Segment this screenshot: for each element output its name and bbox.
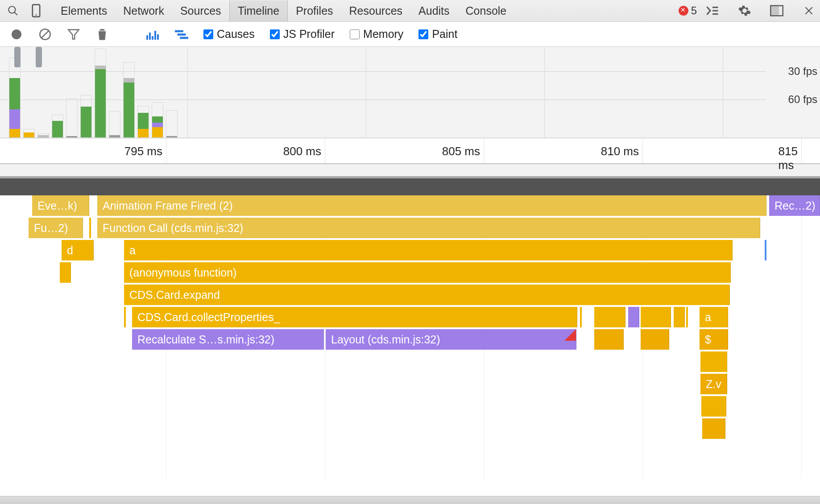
flame-bar[interactable]: [641, 307, 671, 327]
fps-label: 30 fps: [788, 65, 817, 78]
tab-network[interactable]: Network: [115, 0, 172, 21]
flame-bar[interactable]: (anonymous function): [124, 262, 731, 283]
overview-range-handle-right[interactable]: [36, 47, 42, 67]
fps-label: 60 fps: [788, 93, 817, 106]
flame-sliver: [580, 307, 582, 327]
dock-side-icon[interactable]: [770, 4, 783, 17]
ruler-label: 800 ms: [283, 145, 325, 158]
show-drawer-icon[interactable]: [706, 4, 719, 17]
checkbox-memory[interactable]: Memory: [350, 28, 403, 41]
checkbox-jsprofiler-input[interactable]: [270, 29, 280, 39]
layout-warning-icon: [564, 329, 576, 341]
flame-bar[interactable]: Layout (cds.min.js:32): [326, 329, 576, 350]
flame-bar[interactable]: [700, 351, 727, 372]
flame-bar[interactable]: [628, 307, 639, 327]
time-ruler: 795 ms800 ms805 ms810 ms815 ms: [0, 138, 820, 164]
flame-chart-view-icon[interactable]: [146, 28, 160, 41]
checkbox-paint-input[interactable]: [418, 29, 428, 39]
garbage-collect-icon[interactable]: [95, 28, 109, 41]
tab-timeline[interactable]: Timeline: [229, 0, 288, 21]
overview-frame-bar: [166, 49, 178, 138]
overview-frame-bar: [152, 49, 163, 138]
checkbox-causes[interactable]: Causes: [203, 28, 255, 41]
svg-point-0: [8, 6, 15, 13]
ruler-label: 810 ms: [601, 145, 642, 158]
flame-bar[interactable]: Animation Frame Fired (2): [97, 195, 766, 216]
flame-bar[interactable]: [594, 329, 624, 350]
svg-marker-14: [68, 29, 79, 39]
svg-line-13: [41, 30, 49, 37]
timeline-overview[interactable]: 30 fps60 fps: [0, 47, 820, 138]
svg-point-11: [12, 29, 21, 39]
flame-bar[interactable]: a: [700, 307, 728, 327]
checkbox-causes-label: Causes: [217, 28, 255, 41]
flame-chart[interactable]: Eve…k)Animation Frame Fired (2)Rec…2)Fu……: [0, 195, 820, 479]
ruler-label: 815 ms: [779, 145, 801, 172]
svg-rect-22: [180, 37, 188, 39]
flame-sliver: [124, 307, 126, 327]
checkbox-paint-label: Paint: [432, 28, 457, 41]
ruler-label: 805 ms: [442, 145, 484, 158]
tab-audits[interactable]: Audits: [410, 0, 457, 21]
flame-bar[interactable]: Eve…k): [32, 195, 89, 216]
horizontal-scrollbar[interactable]: [0, 496, 820, 504]
flame-bar[interactable]: [60, 262, 71, 283]
flame-bar[interactable]: [702, 418, 725, 439]
timeline-toolbar: Causes JS Profiler Memory Paint: [0, 22, 820, 47]
clear-icon[interactable]: [38, 28, 52, 41]
overview-range-handle-left[interactable]: [14, 47, 21, 67]
tab-elements[interactable]: Elements: [53, 0, 115, 21]
ruler-label: 795 ms: [124, 145, 166, 158]
svg-rect-20: [175, 30, 183, 32]
settings-gear-icon[interactable]: [738, 4, 751, 17]
checkbox-causes-input[interactable]: [203, 29, 213, 39]
error-icon: [679, 6, 688, 16]
flame-bar[interactable]: CDS.Card.collectProperties_: [132, 307, 577, 327]
search-icon[interactable]: [6, 4, 20, 17]
error-count: 5: [691, 4, 697, 17]
overview-frame-bar: [66, 49, 78, 138]
svg-line-1: [14, 12, 17, 15]
flame-sliver: [89, 218, 91, 238]
checkbox-memory-input[interactable]: [350, 29, 360, 39]
svg-rect-17: [152, 36, 153, 40]
record-icon[interactable]: [10, 28, 23, 41]
svg-rect-21: [178, 33, 186, 36]
svg-rect-16: [149, 33, 151, 40]
checkbox-jsprofiler[interactable]: JS Profiler: [270, 28, 335, 41]
flame-bar[interactable]: CDS.Card.expand: [124, 285, 730, 305]
waterfall-view-icon[interactable]: [175, 28, 188, 41]
filter-icon[interactable]: [67, 28, 80, 41]
flame-bar[interactable]: Function Call (cds.min.js:32): [97, 218, 760, 238]
overview-frame-bar: [23, 49, 35, 138]
overview-frame-bar: [52, 49, 63, 138]
flame-bar[interactable]: d: [62, 240, 94, 260]
flame-bar[interactable]: Recalculate S…s.min.js:32): [132, 329, 324, 350]
flame-bar[interactable]: [641, 329, 669, 350]
device-mode-icon[interactable]: [29, 4, 43, 17]
error-count-badge[interactable]: 5: [679, 4, 697, 17]
close-icon[interactable]: [802, 4, 816, 17]
flame-bar[interactable]: $: [700, 329, 728, 350]
flame-bar[interactable]: a: [124, 240, 733, 260]
overview-bars: [9, 47, 178, 138]
devtools-tabbar: Elements Network Sources Timeline Profil…: [0, 0, 820, 22]
checkbox-memory-label: Memory: [363, 28, 403, 41]
flame-bar[interactable]: [594, 307, 625, 327]
tab-resources[interactable]: Resources: [341, 0, 411, 21]
flame-bar[interactable]: Z.v: [700, 374, 727, 394]
flame-bar[interactable]: Rec…2): [769, 195, 820, 216]
flame-bar[interactable]: Fu…2): [29, 218, 83, 238]
flame-bar[interactable]: [674, 307, 685, 327]
flame-bar[interactable]: [701, 396, 726, 417]
svg-rect-15: [146, 35, 148, 40]
tab-console[interactable]: Console: [458, 0, 515, 21]
overview-frame-bar: [123, 49, 135, 138]
flame-sliver: [686, 307, 688, 327]
overview-frame-bar: [109, 49, 120, 138]
tab-profiles[interactable]: Profiles: [288, 0, 341, 21]
tab-sources[interactable]: Sources: [172, 0, 229, 21]
checkbox-paint[interactable]: Paint: [418, 28, 457, 41]
overview-frame-bar: [95, 49, 106, 138]
svg-rect-8: [770, 6, 779, 16]
